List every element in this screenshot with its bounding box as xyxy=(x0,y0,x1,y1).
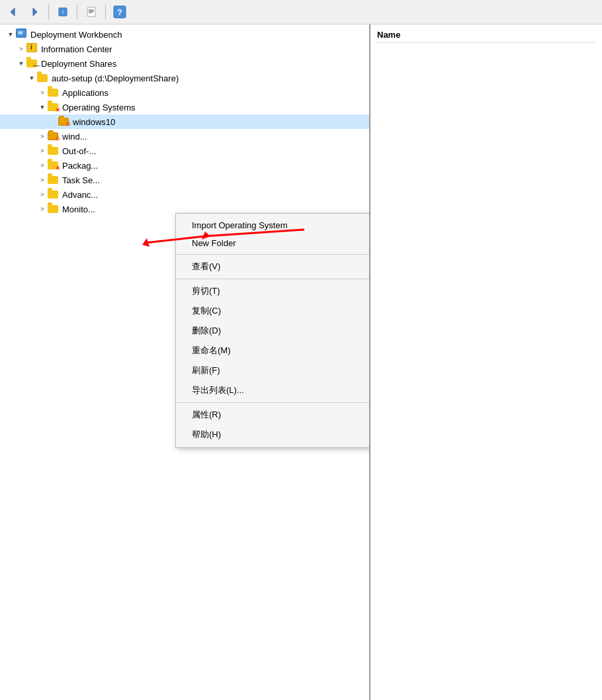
context-menu-item-refresh[interactable]: 刷新(F) xyxy=(176,361,370,380)
forward-button[interactable] xyxy=(25,3,44,21)
context-menu-item-view[interactable]: 查看(V) > xyxy=(176,257,370,277)
tree-item-deployshares[interactable]: ▼ Deployment Shares xyxy=(0,56,369,71)
separator-1 xyxy=(48,5,49,19)
expand-icon-apps[interactable]: > xyxy=(37,87,48,98)
context-menu-item-newfolder[interactable]: New Folder xyxy=(176,234,370,252)
tree-item-applications[interactable]: > Applications xyxy=(0,85,369,100)
taskseq-icon xyxy=(48,174,60,186)
advanced-icon xyxy=(48,189,60,200)
back-icon xyxy=(8,7,19,17)
context-menu: Import Operating System New Folder 查看(V)… xyxy=(175,213,370,448)
svg-rect-4 xyxy=(87,7,95,17)
context-menu-item-copy[interactable]: 复制(C) xyxy=(176,301,370,321)
name-column-header: Name xyxy=(377,28,595,43)
context-menu-item-export[interactable]: 导出列表(L)... xyxy=(176,380,370,400)
tree-item-advanced[interactable]: > Advanc... xyxy=(0,187,369,202)
expand-icon-win10[interactable] xyxy=(48,116,58,127)
deployment-shares-icon xyxy=(26,58,38,69)
expand-icon-autosetup[interactable]: ▼ xyxy=(26,73,37,83)
windows10-label: windows10 xyxy=(73,117,115,127)
separator-cm-3 xyxy=(176,402,370,403)
help-button[interactable]: ? xyxy=(110,3,129,21)
separator-cm-1 xyxy=(176,254,370,255)
tree-item-root[interactable]: ▼ Deployment Workbench xyxy=(0,27,369,42)
svg-text:↑: ↑ xyxy=(62,9,65,16)
context-view-label: 查看(V) xyxy=(192,261,220,273)
context-delete-label: 删除(D) xyxy=(192,325,221,337)
expand-icon-root[interactable]: ▼ xyxy=(5,29,16,40)
tree-panel: ▼ Deployment Workbench > Information Cen… xyxy=(0,24,370,700)
expand-icon-outofbox[interactable]: > xyxy=(37,146,48,156)
tree-item-taskseq[interactable]: > Task Se... xyxy=(0,173,369,187)
context-menu-item-properties[interactable]: 属性(R) xyxy=(176,405,370,425)
svg-text:?: ? xyxy=(117,7,122,17)
context-copy-label: 复制(C) xyxy=(192,305,221,317)
context-rename-label: 重命名(M) xyxy=(192,345,231,357)
os-label: Operating Systems xyxy=(62,103,136,112)
tree-item-windows10[interactable]: windows10 xyxy=(0,114,369,129)
autosetup-icon xyxy=(37,72,49,84)
autosetup-label: auto-setup (d:\DeploymentShare) xyxy=(52,73,179,83)
right-panel: Name xyxy=(370,24,602,700)
properties-button[interactable] xyxy=(82,3,101,21)
winother-label: wind... xyxy=(62,132,87,142)
advanced-label: Advanc... xyxy=(62,190,98,200)
context-properties-label: 属性(R) xyxy=(192,409,221,421)
main-window: ↑ ? ▼ xyxy=(0,0,602,700)
tree-item-packages[interactable]: > Packag... xyxy=(0,158,369,173)
root-label: Deployment Workbench xyxy=(30,30,122,40)
context-menu-item-cut[interactable]: 剪切(T) xyxy=(176,281,370,301)
tree-item-autosetup[interactable]: ▼ auto-setup (d:\DeploymentShare) xyxy=(0,71,369,85)
svg-marker-13 xyxy=(142,238,150,247)
context-menu-item-import[interactable]: Import Operating System xyxy=(176,216,370,234)
toolbar: ↑ ? xyxy=(0,0,602,24)
svg-marker-1 xyxy=(33,8,37,16)
forward-icon xyxy=(29,7,40,17)
help-icon: ? xyxy=(113,5,126,19)
expand-icon-deploy[interactable]: ▼ xyxy=(16,58,26,69)
context-cut-label: 剪切(T) xyxy=(192,285,220,297)
expand-icon-info[interactable]: > xyxy=(16,44,26,54)
expand-icon-packages[interactable]: > xyxy=(37,160,48,171)
expand-icon-advanced[interactable]: > xyxy=(37,189,48,200)
packages-label: Packag... xyxy=(62,161,98,171)
monitoring-icon xyxy=(48,203,60,215)
outofbox-label: Out-of-... xyxy=(62,146,96,156)
monitoring-label: Monito... xyxy=(62,204,95,214)
context-menu-item-help[interactable]: 帮助(H) xyxy=(176,425,370,445)
properties-icon xyxy=(86,7,97,17)
back-button[interactable] xyxy=(4,3,22,21)
context-newfolder-label: New Folder xyxy=(192,238,236,248)
context-import-label: Import Operating System xyxy=(192,220,288,230)
tree-item-infocenter[interactable]: > Information Center xyxy=(0,42,369,56)
expand-icon-os[interactable]: ▼ xyxy=(37,102,48,112)
context-menu-item-delete[interactable]: 删除(D) xyxy=(176,321,370,341)
tree-item-os[interactable]: ▼ Operating Systems xyxy=(0,100,369,114)
applications-label: Applications xyxy=(62,88,108,98)
expand-icon-winother[interactable]: > xyxy=(37,131,48,142)
tree-item-outofbox[interactable]: > Out-of-... xyxy=(0,144,369,158)
expand-icon-monitoring[interactable]: > xyxy=(37,204,48,214)
tree-item-windows-other[interactable]: > wind... xyxy=(0,129,369,144)
expand-icon-taskseq[interactable]: > xyxy=(37,175,48,185)
svg-marker-0 xyxy=(11,8,15,16)
winother-icon xyxy=(48,130,60,142)
info-center-icon xyxy=(26,43,38,55)
outofbox-icon xyxy=(48,145,60,157)
context-menu-item-rename[interactable]: 重命名(M) xyxy=(176,341,370,361)
applications-icon xyxy=(48,87,60,99)
main-area: ▼ Deployment Workbench > Information Cen… xyxy=(0,24,602,700)
info-center-label: Information Center xyxy=(41,44,112,54)
workbench-icon xyxy=(16,28,28,40)
context-export-label: 导出列表(L)... xyxy=(192,384,244,396)
context-help-label: 帮助(H) xyxy=(192,429,221,441)
deployment-shares-label: Deployment Shares xyxy=(41,59,116,69)
os-icon xyxy=(48,101,60,113)
taskseq-label: Task Se... xyxy=(62,175,100,185)
up-button[interactable]: ↑ xyxy=(54,3,72,21)
up-icon: ↑ xyxy=(58,7,68,17)
separator-3 xyxy=(105,5,106,19)
windows10-icon xyxy=(58,116,70,128)
separator-2 xyxy=(77,5,77,19)
separator-cm-2 xyxy=(176,279,370,279)
